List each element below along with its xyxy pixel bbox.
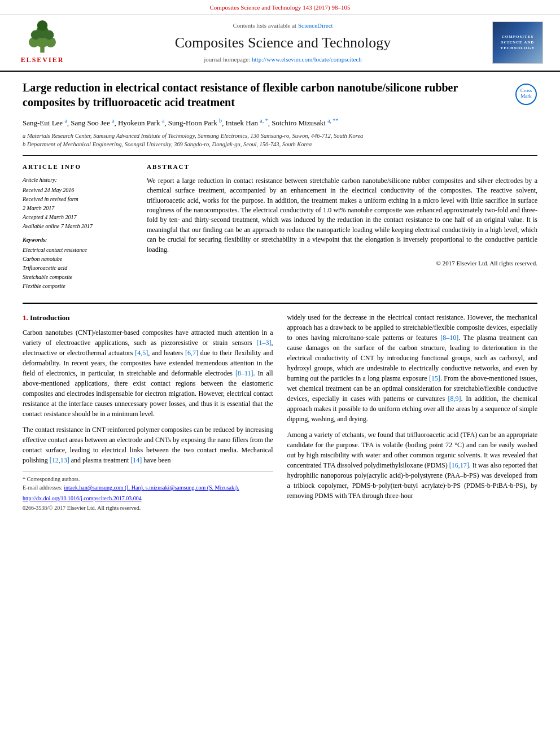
doi-line: http://dx.doi.org/10.1016/j.compscitech.…: [23, 494, 273, 503]
ref-link[interactable]: [4,5]: [135, 349, 148, 357]
corresponding-note: * Corresponding authors.: [23, 475, 273, 483]
right-para1: widely used for the decrease in the elec…: [287, 312, 538, 424]
keyword-item: Electrical contact resistance: [23, 246, 135, 254]
intro-para1: Carbon nanotubes (CNT)/elastomer-based c…: [23, 327, 273, 419]
ref-link[interactable]: [6,7]: [185, 349, 198, 357]
svg-text:Mark: Mark: [520, 93, 532, 99]
keyword-item: Stretchable composite: [23, 273, 135, 281]
journal-cover-image: COMPOSITESSCIENCE ANDTECHNOLOGY: [492, 21, 543, 64]
elsevier-logo-area: ELSEVIER: [11, 20, 73, 65]
ref-link[interactable]: [14]: [130, 456, 142, 464]
abstract-section: ABSTRACT We report a large reduction in …: [147, 163, 537, 291]
crossmark-icon: Cross Mark: [515, 83, 537, 106]
article-title: Large reduction in electrical contact re…: [23, 80, 509, 110]
affiliations: a Materials Research Center, Samsung Adv…: [23, 132, 537, 148]
info-abstract-section: ARTICLE INFO Article history: Received 2…: [23, 155, 537, 291]
svg-point-7: [37, 20, 47, 30]
ref-link[interactable]: [8,9]: [448, 395, 461, 403]
sciencedirect-link[interactable]: ScienceDirect: [298, 22, 333, 29]
doi-link[interactable]: http://dx.doi.org/10.1016/j.compscitech.…: [23, 495, 142, 501]
ref-link[interactable]: [16,17]: [449, 461, 469, 469]
body-columns: 1. Introduction Carbon nanotubes (CNT)/e…: [23, 312, 537, 513]
journal-homepage-link[interactable]: http://www.elsevier.com/locate/compscite…: [252, 56, 362, 63]
svg-text:Cross: Cross: [520, 88, 532, 93]
copyright-text: © 2017 Elsevier Ltd. All rights reserved…: [147, 259, 537, 268]
abstract-heading: ABSTRACT: [147, 163, 537, 171]
journal-cover-area: COMPOSITESSCIENCE ANDTECHNOLOGY: [492, 21, 549, 64]
body-divider: [23, 303, 537, 304]
authors: Sang-Eui Lee a, Sang Soo Jee a, Hyokeun …: [23, 116, 537, 129]
email-link[interactable]: intaek.han@samsung.com (I. Han), s.mizus…: [64, 484, 239, 491]
ref-link[interactable]: [12,13]: [50, 456, 69, 464]
svg-point-5: [31, 30, 41, 40]
left-body-col: 1. Introduction Carbon nanotubes (CNT)/e…: [23, 312, 273, 513]
footnote-area: * Corresponding authors. E-mail addresse…: [23, 471, 273, 512]
right-body-col: widely used for the decrease in the elec…: [287, 312, 538, 513]
ref-link[interactable]: [8–10]: [440, 334, 458, 342]
keywords-section: Keywords: Electrical contact resistance …: [23, 236, 135, 290]
affiliation-a: a Materials Research Center, Samsung Adv…: [23, 132, 537, 141]
journal-name: Composites Science and Technology: [79, 33, 487, 53]
journal-citation: Composites Science and Technology 143 (2…: [0, 0, 560, 15]
journal-header: ELSEVIER Contents lists available at Sci…: [0, 15, 560, 72]
main-content: Large reduction in electrical contact re…: [0, 72, 560, 523]
ref-link[interactable]: [15]: [429, 374, 440, 382]
article-info-col: ARTICLE INFO Article history: Received 2…: [23, 163, 135, 291]
email-line: E-mail addresses: intaek.han@samsung.com…: [23, 483, 273, 492]
keywords-list: Electrical contact resistance Carbon nan…: [23, 246, 135, 290]
article-history: Article history: Received 24 May 2016 Re…: [23, 176, 135, 230]
right-para2: Among a variety of etchants, we found th…: [287, 430, 538, 501]
journal-homepage-line: journal homepage: http://www.elsevier.co…: [79, 55, 487, 64]
keyword-item: Flexible composite: [23, 282, 135, 290]
intro-heading: 1. Introduction: [23, 312, 273, 324]
abstract-text: We report a large reduction in contact r…: [147, 176, 537, 255]
journal-title-area: Contents lists available at ScienceDirec…: [79, 21, 487, 64]
intro-para2: The contact resistance in CNT-reinforced…: [23, 425, 273, 465]
sciencedirect-line: Contents lists available at ScienceDirec…: [79, 21, 487, 30]
keyword-item: Trifluoroacetic acid: [23, 264, 135, 272]
ref-link[interactable]: [8–11]: [235, 369, 253, 377]
elsevier-text: ELSEVIER: [21, 55, 64, 65]
issn-line: 0266-3538/© 2017 Elsevier Ltd. All right…: [23, 504, 273, 512]
svg-point-6: [45, 30, 54, 40]
keyword-item: Carbon nanotube: [23, 255, 135, 263]
ref-link[interactable]: [1–3]: [257, 339, 272, 347]
article-info-heading: ARTICLE INFO: [23, 163, 135, 171]
affiliation-b: b Department of Mechanical Engineering, …: [23, 141, 537, 149]
article-title-section: Large reduction in electrical contact re…: [23, 80, 537, 112]
elsevier-tree-icon: [20, 20, 65, 54]
